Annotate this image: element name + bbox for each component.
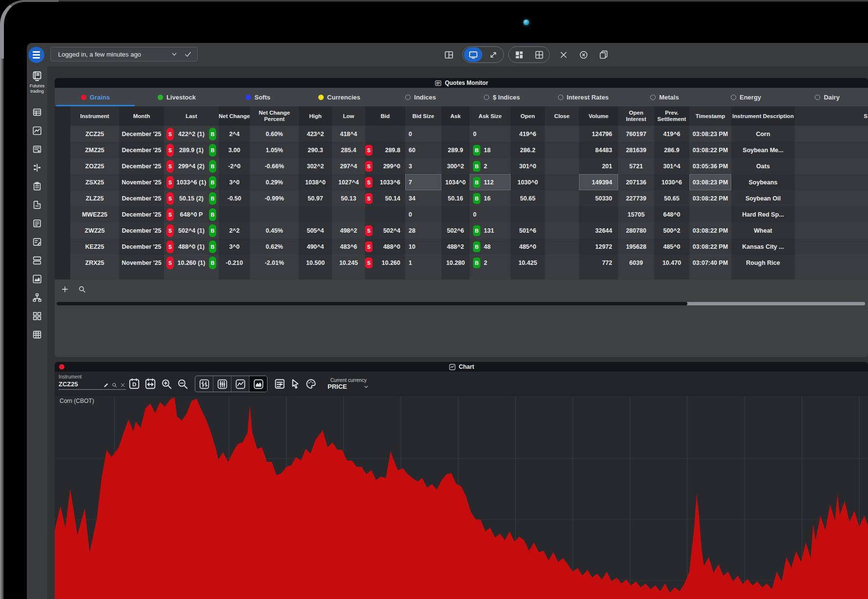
- cell-high[interactable]: 490^4: [299, 239, 332, 255]
- cell-description[interactable]: Rough Rice: [731, 255, 795, 271]
- quote-row[interactable]: ZWZ25December '25S502^4 (1)B2^20.45%505^…: [55, 222, 868, 239]
- quote-row[interactable]: MWEZ25December '25S648^0 PB0015705648^0H…: [55, 206, 868, 222]
- cell-last[interactable]: S502^4 (1)B: [164, 222, 219, 239]
- hierarchy-icon[interactable]: [32, 292, 42, 303]
- cell-handle[interactable]: [55, 222, 70, 239]
- cell-low[interactable]: [332, 206, 365, 222]
- cell-handle[interactable]: [55, 239, 70, 255]
- cell-overflow[interactable]: [795, 222, 868, 239]
- cell-last[interactable]: Last: [164, 106, 219, 126]
- quote-row[interactable]: ZMZ25December '25S289.9 (1)B3.001.05%290…: [55, 142, 868, 158]
- cell-ask[interactable]: [441, 206, 470, 222]
- tab-indices[interactable]: Indices: [380, 88, 461, 106]
- cell-last[interactable]: [164, 271, 219, 280]
- buy-badge[interactable]: B: [473, 193, 480, 204]
- cell-close[interactable]: Close: [545, 106, 579, 126]
- sell-badge[interactable]: S: [365, 241, 372, 252]
- cell-net_change[interactable]: 3.00: [219, 142, 250, 158]
- sell-badge[interactable]: S: [365, 177, 372, 188]
- login-status-dropdown[interactable]: Logged in, a few minutes ago: [50, 47, 198, 61]
- chevron-down-icon[interactable]: [170, 50, 179, 59]
- sell-badge[interactable]: S: [166, 192, 174, 205]
- cell-close[interactable]: [545, 271, 579, 280]
- cell-high[interactable]: 10.500: [299, 255, 332, 271]
- cell-instrument[interactable]: ZOZ25: [70, 158, 119, 174]
- cell-overflow[interactable]: [795, 206, 868, 222]
- cell-ask_size[interactable]: B2: [470, 255, 511, 271]
- instrument-field[interactable]: Instrument ZCZ25: [59, 374, 126, 390]
- chart-titlebar[interactable]: Chart: [55, 362, 868, 372]
- price-chart-icon[interactable]: [32, 125, 42, 136]
- cell-timestamp[interactable]: 03:07:40 PM: [689, 255, 731, 271]
- cell-open[interactable]: 286.2: [511, 142, 545, 158]
- cell-open[interactable]: 301^0: [511, 158, 545, 174]
- buy-badge[interactable]: B: [209, 208, 216, 221]
- cell-description[interactable]: Hard Red Sp...: [731, 206, 795, 222]
- cell-instrument[interactable]: ZLZ25: [70, 190, 119, 206]
- sell-badge[interactable]: S: [166, 240, 174, 253]
- cell-timestamp[interactable]: 03:05:36 PM: [689, 158, 731, 174]
- cell-net_change_pct[interactable]: 0.60%: [250, 126, 299, 142]
- tab-energy[interactable]: Energy: [705, 88, 787, 106]
- cell-bid[interactable]: S299^0: [365, 158, 405, 174]
- cell-open[interactable]: 501^6: [511, 222, 545, 239]
- cell-ask_size[interactable]: B2: [470, 158, 511, 174]
- cell-overflow[interactable]: [795, 142, 868, 158]
- dashboard-icon[interactable]: [510, 47, 528, 62]
- day-calendar-icon[interactable]: D: [128, 378, 141, 390]
- cell-low[interactable]: 1027^4: [332, 174, 365, 190]
- tab-currencies[interactable]: Currencies: [299, 88, 380, 106]
- cell-bid_size[interactable]: 3: [405, 158, 441, 174]
- cell-low[interactable]: 50.13: [332, 190, 365, 206]
- cell-low[interactable]: 10.245: [332, 255, 365, 271]
- cell-bid[interactable]: S50.14: [365, 190, 405, 206]
- cell-handle[interactable]: [55, 255, 70, 271]
- cell-low[interactable]: 483^6: [332, 239, 365, 255]
- cell-net_change_pct[interactable]: -2.01%: [250, 255, 299, 271]
- copy-icon[interactable]: [594, 47, 613, 62]
- sell-badge[interactable]: S: [166, 128, 174, 140]
- range-calendar-icon[interactable]: [144, 378, 157, 390]
- instrument-input[interactable]: ZCZ25: [59, 380, 78, 388]
- chevron-down-icon[interactable]: [363, 383, 370, 390]
- cell-ask_size[interactable]: 0: [470, 126, 511, 142]
- cell-description[interactable]: Wheat: [731, 222, 795, 239]
- cell-ask_size[interactable]: B48: [470, 239, 511, 255]
- cell-net_change[interactable]: [219, 206, 250, 222]
- cell-month[interactable]: Month: [119, 106, 164, 126]
- cell-high[interactable]: 302^2: [299, 158, 332, 174]
- cell-overflow[interactable]: S: [795, 106, 868, 126]
- cell-net_change[interactable]: -2^0: [219, 158, 250, 174]
- cell-prev_settlement[interactable]: 648^0: [654, 206, 689, 222]
- buy-badge[interactable]: B: [209, 160, 216, 173]
- sell-badge[interactable]: S: [166, 208, 174, 221]
- cell-close[interactable]: [545, 174, 579, 190]
- cell-month[interactable]: November '25: [119, 255, 164, 271]
- cell-last[interactable]: S50.15 (2)B: [164, 190, 219, 206]
- cell-last[interactable]: S10.260 (1)B: [164, 255, 219, 271]
- tab--indices[interactable]: $ Indices: [461, 88, 543, 106]
- cell-instrument[interactable]: [70, 271, 119, 280]
- cell-prev_settlement[interactable]: 419^6: [654, 126, 689, 142]
- cell-volume[interactable]: 12972: [579, 239, 618, 255]
- cell-description[interactable]: Soybean Me...: [731, 142, 795, 158]
- cell-high[interactable]: 423^2: [299, 126, 332, 142]
- cell-timestamp[interactable]: [689, 206, 731, 222]
- cell-bid_size[interactable]: 34: [405, 190, 441, 206]
- cell-bid_size[interactable]: 60: [405, 142, 441, 158]
- cell-description[interactable]: Corn: [731, 126, 795, 142]
- cell-instrument[interactable]: ZWZ25: [70, 222, 119, 239]
- cell-ask_size[interactable]: B16: [470, 190, 511, 206]
- cell-open_interest[interactable]: 281639: [618, 142, 654, 158]
- cell-timestamp[interactable]: 03:08:22 PM: [689, 142, 731, 158]
- buy-badge[interactable]: B: [209, 257, 216, 269]
- quote-row[interactable]: ZCZ25December '25S422^2 (1)B2^40.60%423^…: [55, 126, 868, 142]
- cell-prev_settlement[interactable]: 10.470: [654, 255, 689, 271]
- cell-high[interactable]: High: [299, 106, 332, 126]
- cell-net_change_pct[interactable]: [250, 271, 299, 280]
- cell-month[interactable]: December '25: [119, 126, 164, 142]
- market-depth-icon[interactable]: [32, 162, 42, 173]
- cell-bid_size[interactable]: 0: [405, 126, 441, 142]
- cell-close[interactable]: [545, 126, 579, 142]
- cell-net_change_pct[interactable]: 0.45%: [250, 222, 299, 239]
